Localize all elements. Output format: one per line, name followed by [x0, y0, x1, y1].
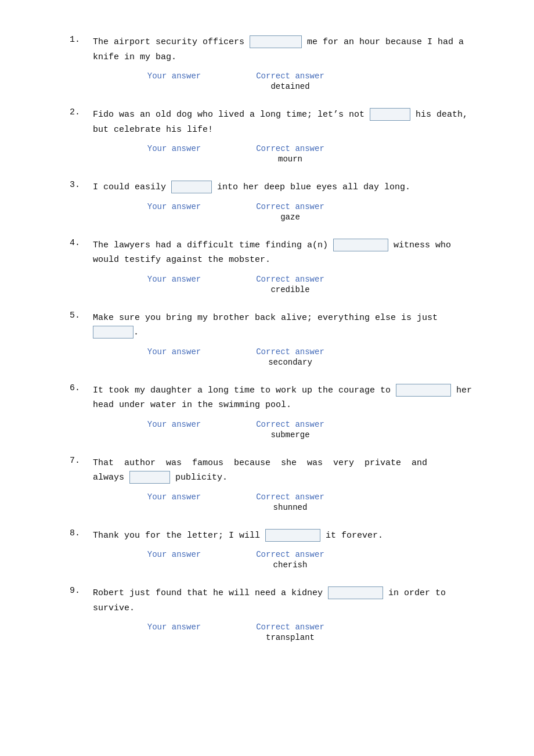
q8-text-after: it forever. — [320, 531, 383, 541]
q9-correct-label: Correct answer — [232, 622, 348, 632]
q7-correct-word-row: shunned — [70, 503, 488, 512]
q9-text-line2: survive. — [93, 603, 135, 613]
question-4-sentence: The lawyers had a difficult time finding… — [93, 238, 451, 268]
q1-feedback-row: Your answer Correct answer — [70, 71, 488, 81]
q4-your-answer-label: Your answer — [116, 275, 232, 284]
q9-feedback-row: Your answer Correct answer — [70, 622, 488, 632]
q6-correct-word-row: submerge — [70, 430, 488, 440]
q8-correct-word-row: cherish — [70, 560, 488, 570]
q4-text-before: The lawyers had a difficult time finding… — [93, 240, 333, 250]
q3-text-before: I could easily — [93, 182, 171, 192]
question-number-9: 9. — [70, 586, 87, 620]
question-2-sentence: Fido was an old dog who lived a long tim… — [93, 107, 468, 137]
q9-answer-box[interactable] — [328, 586, 383, 599]
question-5-content: Make sure you bring my brother back aliv… — [93, 311, 438, 345]
q1-correct-word: detained — [232, 82, 348, 91]
question-number-8: 8. — [70, 528, 87, 548]
question-6-content: It took my daughter a long time to work … — [93, 383, 472, 417]
q4-correct-word-row: credible — [70, 285, 488, 294]
q9-text-after: in order to — [383, 588, 446, 598]
question-9: 9. Robert just found that he will need a… — [70, 586, 488, 642]
question-1-content: The airport security officers me for an … — [93, 35, 488, 69]
question-1-sentence: The airport security officers me for an … — [93, 35, 488, 64]
question-3: 3. I could easily into her deep blue eye… — [70, 180, 488, 222]
q5-correct-label: Correct answer — [232, 347, 348, 357]
q7-text-after: publicity. — [170, 473, 228, 483]
q8-answer-box[interactable] — [265, 529, 320, 542]
q7-answer-box[interactable] — [129, 471, 170, 484]
q5-correct-word-row: secondary — [70, 358, 488, 367]
q7-text-line2: always — [93, 473, 129, 483]
q5-correct-word: secondary — [232, 358, 348, 367]
q3-answer-box[interactable] — [171, 181, 212, 193]
question-number-4: 4. — [70, 238, 87, 272]
q8-correct-word: cherish — [232, 560, 348, 570]
q7-correct-label: Correct answer — [232, 492, 348, 502]
q6-answer-box[interactable] — [396, 384, 451, 397]
q3-text-after: into her deep blue eyes all day long. — [212, 182, 410, 192]
q8-feedback-row: Your answer Correct answer — [70, 550, 488, 559]
question-7-sentence: That author was famous because she was v… — [93, 456, 427, 485]
q3-correct-word-row: gaze — [70, 213, 488, 222]
q3-your-answer-label: Your answer — [116, 202, 232, 211]
q4-feedback-row: Your answer Correct answer — [70, 275, 488, 284]
q6-correct-word: submerge — [232, 430, 348, 440]
q5-text-before: Make sure you bring my brother back aliv… — [93, 313, 438, 323]
q2-correct-word: mourn — [232, 154, 348, 164]
question-6-sentence: It took my daughter a long time to work … — [93, 383, 472, 413]
question-2: 2. Fido was an old dog who lived a long … — [70, 107, 488, 164]
q9-correct-word-row: transplant — [70, 633, 488, 642]
question-3-sentence: I could easily into her deep blue eyes a… — [93, 180, 410, 195]
q5-feedback-row: Your answer Correct answer — [70, 347, 488, 357]
q2-correct-label: Correct answer — [232, 144, 348, 153]
question-number-6: 6. — [70, 383, 87, 417]
q4-text-after: witness who — [388, 240, 451, 250]
q8-text-before: Thank you for the letter; I will — [93, 531, 265, 541]
q1-correct-label: Correct answer — [232, 71, 348, 81]
q6-text-line2: head under water in the swimming pool. — [93, 400, 291, 410]
q2-feedback-row: Your answer Correct answer — [70, 144, 488, 153]
q7-your-answer-label: Your answer — [116, 492, 232, 502]
q4-correct-word: credible — [232, 285, 348, 294]
q1-text-before: The airport security officers — [93, 37, 250, 47]
questions-container: 1. The airport security officers me for … — [46, 35, 488, 642]
q3-correct-label: Correct answer — [232, 202, 348, 211]
question-number-2: 2. — [70, 107, 87, 142]
q1-your-answer-label: Your answer — [116, 71, 232, 81]
q4-correct-label: Correct answer — [232, 275, 348, 284]
q6-text-before: It took my daughter a long time to work … — [93, 386, 396, 395]
q5-text-after: . — [134, 327, 139, 337]
q5-answer-box[interactable] — [93, 326, 134, 339]
question-7: 7. That author was famous because she wa… — [70, 456, 488, 512]
question-4: 4. The lawyers had a difficult time find… — [70, 238, 488, 294]
question-4-content: The lawyers had a difficult time finding… — [93, 238, 451, 272]
q3-feedback-row: Your answer Correct answer — [70, 202, 488, 211]
q9-your-answer-label: Your answer — [116, 622, 232, 632]
q1-correct-word-row: detained — [70, 82, 488, 91]
question-number-5: 5. — [70, 311, 87, 345]
q9-text-before: Robert just found that he will need a ki… — [93, 588, 328, 598]
q2-answer-box[interactable] — [370, 108, 410, 121]
q4-answer-box[interactable] — [333, 239, 388, 251]
question-8: 8. Thank you for the letter; I will it f… — [70, 528, 488, 570]
q5-your-answer-label: Your answer — [116, 347, 232, 357]
q2-text-after: his death, — [410, 110, 468, 120]
question-number-3: 3. — [70, 180, 87, 200]
q7-feedback-row: Your answer Correct answer — [70, 492, 488, 502]
question-number-1: 1. — [70, 35, 87, 69]
q6-correct-label: Correct answer — [232, 420, 348, 429]
q7-correct-word: shunned — [232, 503, 348, 512]
question-2-content: Fido was an old dog who lived a long tim… — [93, 107, 468, 142]
q9-correct-word: transplant — [232, 633, 348, 642]
q6-your-answer-label: Your answer — [116, 420, 232, 429]
q8-correct-label: Correct answer — [232, 550, 348, 559]
question-9-content: Robert just found that he will need a ki… — [93, 586, 446, 620]
q2-text-line2: but celebrate his life! — [93, 125, 213, 135]
q6-feedback-row: Your answer Correct answer — [70, 420, 488, 429]
question-9-sentence: Robert just found that he will need a ki… — [93, 586, 446, 615]
question-1: 1. The airport security officers me for … — [70, 35, 488, 91]
question-3-content: I could easily into her deep blue eyes a… — [93, 180, 410, 200]
q1-answer-box[interactable] — [250, 35, 302, 48]
question-7-content: That author was famous because she was v… — [93, 456, 427, 490]
q7-text-before: That author was famous because she was v… — [93, 458, 427, 468]
